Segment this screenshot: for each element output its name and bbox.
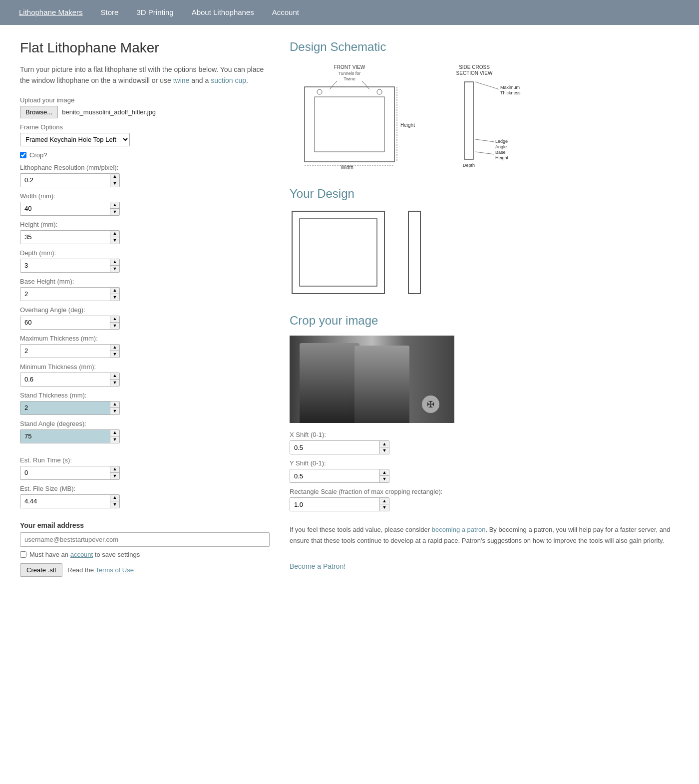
become-patron-button[interactable]: Become a Patron!	[290, 562, 346, 570]
left-panel: Flat Lithophane Maker Turn your picture …	[20, 40, 270, 577]
rect-scale-down[interactable]: ▼	[380, 504, 389, 511]
max-thick-label2: Thickness	[500, 90, 521, 95]
crop-label: Crop?	[29, 151, 47, 159]
est-runtime-up[interactable]: ▲	[110, 466, 119, 473]
base-height-up[interactable]: ▲	[110, 288, 119, 294]
y-shift-down[interactable]: ▼	[380, 476, 389, 482]
nav-account[interactable]: Account	[263, 0, 308, 25]
est-filesize-input[interactable]	[20, 495, 110, 508]
create-stl-button[interactable]: Create .stl	[20, 563, 62, 577]
account-checkbox[interactable]	[20, 551, 26, 558]
base-height-side-label: Base	[495, 150, 506, 155]
schematic-side-view: SIDE CROSS SECTION VIEW Maximum Thicknes…	[444, 62, 544, 172]
stand-angle-down[interactable]: ▼	[110, 436, 119, 443]
depth-label: Depth (mm):	[20, 249, 270, 257]
depth-input[interactable]	[20, 259, 110, 272]
est-filesize-down[interactable]: ▼	[110, 501, 119, 508]
rect-scale-input[interactable]	[290, 498, 379, 511]
resolution-down[interactable]: ▼	[110, 180, 119, 187]
max-thickness-down[interactable]: ▼	[110, 351, 119, 358]
max-thickness-up[interactable]: ▲	[110, 345, 119, 351]
nav-store[interactable]: Store	[92, 0, 128, 25]
overhang-down[interactable]: ▼	[110, 323, 119, 329]
stand-thickness-input[interactable]	[20, 401, 110, 414]
figure-right	[354, 346, 409, 423]
stand-angle-input[interactable]	[20, 430, 110, 443]
est-filesize-field: ▲ ▼	[20, 494, 120, 508]
schematic-title: Design Schematic	[290, 40, 679, 54]
becoming-patron-link[interactable]: becoming a patron	[432, 526, 486, 533]
width-down[interactable]: ▼	[110, 209, 119, 215]
stand-thickness-down[interactable]: ▼	[110, 408, 119, 414]
x-shift-up[interactable]: ▲	[380, 441, 389, 447]
height-field: ▲ ▼	[20, 230, 120, 244]
est-runtime-field: ▲ ▼	[20, 466, 120, 480]
tos-link[interactable]: Terms of Use	[95, 566, 134, 574]
upload-label: Upload your image	[20, 96, 270, 104]
nav-3d-printing[interactable]: 3D Printing	[127, 0, 182, 25]
depth-up[interactable]: ▲	[110, 259, 119, 266]
section-view-label: SECTION VIEW	[456, 70, 493, 76]
rect-scale-field: ▲ ▼	[290, 497, 389, 511]
depth-down[interactable]: ▼	[110, 266, 119, 272]
tos-text: Read the Terms of Use	[67, 566, 134, 574]
height-down[interactable]: ▼	[110, 237, 119, 244]
max-thickness-input[interactable]	[20, 345, 110, 358]
figure-left	[300, 343, 359, 423]
stand-angle-up[interactable]: ▲	[110, 430, 119, 436]
base-height-down[interactable]: ▼	[110, 294, 119, 301]
badge: ✠	[422, 395, 439, 413]
width-input[interactable]	[20, 202, 110, 215]
min-thickness-down[interactable]: ▼	[110, 380, 119, 386]
stand-thickness-label: Stand Thickness (mm):	[20, 392, 270, 399]
overhang-up[interactable]: ▲	[110, 316, 119, 323]
width-up[interactable]: ▲	[110, 202, 119, 209]
y-shift-input[interactable]	[290, 469, 379, 482]
overhang-input[interactable]	[20, 316, 110, 329]
base-height-input[interactable]	[20, 288, 110, 301]
browse-button[interactable]: Browse...	[20, 106, 58, 118]
width-field: ▲ ▼	[20, 202, 120, 216]
design-preview-front-svg	[290, 209, 389, 299]
depth-label: Depth	[463, 163, 475, 168]
account-link[interactable]: account	[70, 551, 93, 558]
ledge-label: Ledge	[495, 139, 508, 144]
frame-options-select[interactable]: Framed Keychain Hole Top Left No Frame F…	[20, 133, 130, 146]
rect-scale-up[interactable]: ▲	[380, 498, 389, 504]
est-filesize-up[interactable]: ▲	[110, 495, 119, 501]
stand-thickness-field: ▲ ▼	[20, 401, 120, 415]
resolution-up[interactable]: ▲	[110, 174, 119, 180]
create-row: Create .stl Read the Terms of Use	[20, 563, 270, 577]
side-view-label: SIDE CROSS	[459, 64, 490, 70]
twine-link[interactable]: twine	[173, 76, 190, 84]
tunnels-label: Tunnels for	[339, 71, 361, 76]
account-text: Must have an account to save settings	[29, 551, 140, 558]
width-dim-label: Width	[341, 165, 353, 170]
x-shift-down[interactable]: ▼	[380, 447, 389, 454]
design-preview-side-wrap	[404, 209, 427, 299]
suction-cup-link[interactable]: suction cup	[211, 76, 246, 84]
front-view-label: FRONT VIEW	[334, 64, 365, 70]
stand-angle-label: Stand Angle (degrees):	[20, 420, 270, 427]
width-label: Width (mm):	[20, 192, 270, 200]
nav-about[interactable]: About Lithophanes	[183, 0, 263, 25]
inner-frame	[315, 97, 384, 152]
x-shift-input[interactable]	[290, 441, 379, 454]
height-input[interactable]	[20, 231, 110, 244]
est-runtime-down[interactable]: ▼	[110, 473, 119, 479]
height-up[interactable]: ▲	[110, 231, 119, 237]
crop-title: Crop your image	[290, 314, 679, 328]
stand-thickness-up[interactable]: ▲	[110, 401, 119, 408]
min-thickness-up[interactable]: ▲	[110, 373, 119, 380]
email-label: Your email address	[20, 521, 270, 529]
crop-checkbox-row: Crop?	[20, 151, 270, 159]
resolution-input[interactable]: 0.2	[20, 174, 110, 187]
y-shift-up[interactable]: ▲	[380, 469, 389, 476]
max-thick-label: Maximum	[500, 85, 520, 90]
est-runtime-input[interactable]	[20, 466, 110, 479]
email-input[interactable]	[20, 532, 270, 547]
crop-checkbox[interactable]	[20, 152, 26, 158]
min-thickness-input[interactable]	[20, 373, 110, 386]
resolution-label: Lithophane Resolution (mm/pixel):	[20, 164, 270, 171]
nav-lithophane-makers[interactable]: Lithophane Makers	[10, 0, 92, 25]
